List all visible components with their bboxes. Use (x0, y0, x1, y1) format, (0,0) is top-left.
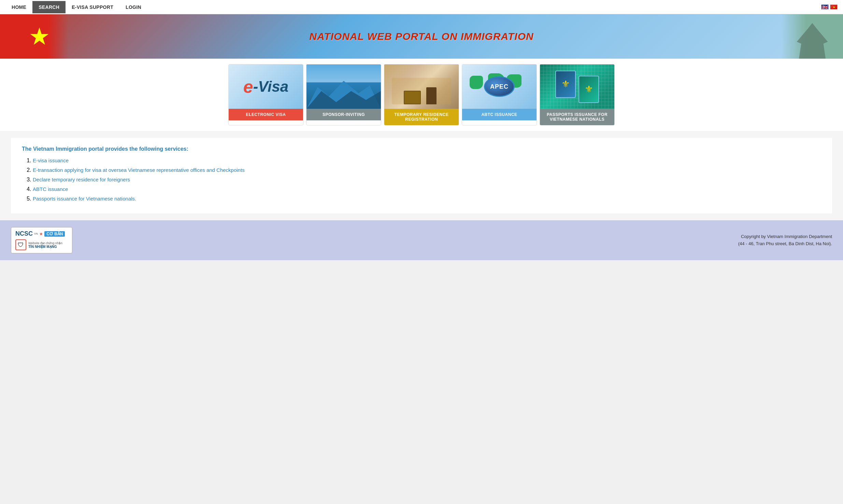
star-icon: ★ (29, 25, 50, 48)
copyright-line1: Copyright by Vietnam Immigration Departm… (738, 233, 832, 240)
world-map-bg: APEC (462, 64, 537, 109)
ncsc-cobан-badge: CƠ BẢN (44, 231, 65, 237)
evisa-e-letter: e (243, 76, 253, 97)
door (426, 87, 437, 104)
ncsc-text: NCSC (15, 230, 33, 237)
list-item: Passports issuance for Vietnamese nation… (33, 196, 821, 202)
apec-oval: APEC (484, 76, 515, 97)
room-interior (392, 78, 451, 104)
sponsor-label: SPONSOR-INVITING (306, 109, 381, 120)
footer: NCSC VN ★ CƠ BẢN 🛡 Website đạt chứng nhậ… (0, 220, 843, 260)
cert-description: 🛡 Website đạt chứng nhận TÍN NHIỆM MẠNG (15, 239, 65, 250)
card-temp-residence[interactable]: TEMPORARY RESIDENCE REGISTRATION (384, 64, 459, 125)
english-flag[interactable]: 🇬🇧 (821, 4, 829, 10)
service-link-1[interactable]: E-visa issuance (33, 158, 69, 163)
cert-row: 🛡 Website đạt chứng nhận TÍN NHIỆM MẠNG (15, 239, 65, 250)
card-abtc[interactable]: APEC ABTC ISSUANCE (462, 64, 537, 125)
temp-label: TEMPORARY RESIDENCE REGISTRATION (384, 109, 459, 125)
list-item: ABTC issuance (33, 186, 821, 192)
services-title: The Vietnam Immigration portal provides … (22, 146, 821, 152)
temp-card-image (384, 64, 459, 109)
evisa-text: -Visa (253, 78, 289, 95)
nav-evisa-support[interactable]: E-VISA SUPPORT (66, 1, 119, 13)
passport-card-image: ⚜ ⚜ (540, 64, 614, 109)
abtc-label: ABTC ISSUANCE (462, 109, 537, 120)
card-sponsor[interactable]: SPONSOR-INVITING (306, 64, 381, 125)
navigation: HOME SEARCH E-VISA SUPPORT LOGIN 🇬🇧 🇻🇳 (0, 0, 843, 14)
cert-line2: TÍN NHIỆM MẠNG (28, 245, 62, 249)
furniture (404, 91, 421, 104)
apec-text: APEC (490, 83, 509, 90)
passport-graphic: ⚜ ⚜ (540, 64, 614, 109)
service-cards: e -Visa ELECTRONIC VISA SPONSOR-INVITING… (0, 59, 843, 131)
evisa-label: ELECTRONIC VISA (229, 109, 303, 120)
footer-copyright: Copyright by Vietnam Immigration Departm… (738, 233, 832, 248)
banner-pagoda (782, 14, 843, 59)
passport-book-1: ⚜ (555, 71, 576, 98)
card-evisa[interactable]: e -Visa ELECTRONIC VISA (228, 64, 303, 125)
ncsc-top-row: NCSC VN ★ CƠ BẢN (15, 230, 65, 237)
nav-search[interactable]: SEARCH (32, 1, 66, 13)
language-switcher: 🇬🇧 🇻🇳 (821, 4, 838, 10)
passport-label: PASSPORTS ISSUANCE FOR VIETNAMESE NATION… (540, 109, 614, 125)
list-item: E-visa issuance (33, 158, 821, 164)
cert-text: Website đạt chứng nhận TÍN NHIỆM MẠNG (28, 241, 62, 249)
emblem-icon: ⚜ (561, 78, 570, 90)
room-graphic (384, 64, 459, 109)
service-link-3[interactable]: Declare temporary residence for foreigne… (33, 177, 130, 182)
globe-container: APEC (462, 64, 537, 109)
banner-flag: ★ (0, 14, 68, 59)
service-link-2[interactable]: E-transaction applying for visa at overs… (33, 167, 245, 173)
nav-login[interactable]: LOGIN (119, 1, 147, 13)
list-item: E-transaction applying for visa at overs… (33, 167, 821, 173)
ncsc-star-icon: ★ (39, 232, 43, 236)
card-passport[interactable]: ⚜ ⚜ PASSPORTS ISSUANCE FOR VIETNAMESE NA… (540, 64, 615, 125)
passport-book-2: ⚜ (578, 76, 599, 103)
pagoda-image (790, 21, 834, 59)
sponsor-card-image (306, 64, 381, 109)
service-link-5[interactable]: Passports issuance for Vietnamese nation… (33, 196, 136, 202)
mountains-graphic (306, 64, 381, 109)
copyright-line2: (44 - 46, Tran Phu street, Ba Dinh Dist,… (738, 240, 832, 248)
services-list: E-visa issuance E-transaction applying f… (22, 158, 821, 202)
cert-icon: 🛡 (15, 239, 26, 250)
passport-books: ⚜ ⚜ (555, 71, 599, 103)
nav-home[interactable]: HOME (5, 1, 32, 13)
service-link-4[interactable]: ABTC issuance (33, 186, 68, 192)
nav-menu: HOME SEARCH E-VISA SUPPORT LOGIN (5, 1, 821, 13)
emblem-icon-2: ⚜ (585, 84, 593, 95)
list-item: Declare temporary residence for foreigne… (33, 177, 821, 183)
banner: ★ NATIONAL WEB PORTAL ON IMMIGRATION (0, 14, 843, 59)
abtc-card-image: APEC (462, 64, 537, 109)
main-content: The Vietnam Immigration portal provides … (11, 138, 832, 213)
continent-americas (470, 76, 483, 89)
ncsc-vn-text: VN (34, 232, 38, 235)
evisa-card-image: e -Visa (229, 64, 303, 109)
ncsc-logo: NCSC VN ★ CƠ BẢN 🛡 Website đạt chứng nhậ… (15, 230, 65, 250)
banner-title: NATIONAL WEB PORTAL ON IMMIGRATION (309, 31, 533, 42)
content-area: The Vietnam Immigration portal provides … (0, 131, 843, 220)
cert-badge-container[interactable]: NCSC VN ★ CƠ BẢN 🛡 Website đạt chứng nhậ… (11, 227, 72, 253)
vietnamese-flag[interactable]: 🇻🇳 (830, 4, 838, 10)
cert-line1: Website đạt chứng nhận (28, 241, 62, 245)
